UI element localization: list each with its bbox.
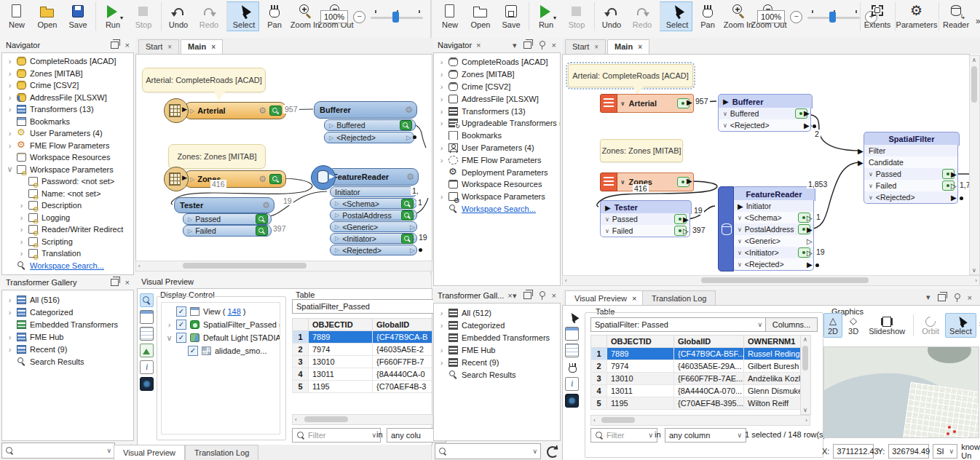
chevron-down-icon[interactable]: ∨: [869, 183, 873, 189]
toolbar-button[interactable]: Stop: [128, 1, 159, 31]
annotation-arterial[interactable]: Arterial: CompleteRoads [ACAD]: [142, 68, 266, 92]
gallery-tree-item[interactable]: Search Results: [434, 368, 560, 381]
cell[interactable]: Russel Reding: [744, 348, 807, 360]
pin-icon[interactable]: [538, 291, 545, 300]
expand-arrow[interactable]: ›: [18, 237, 25, 246]
scrollbar-thumb[interactable]: [183, 263, 307, 269]
cell[interactable]: {CF47B9CA-B5F...: [674, 348, 744, 360]
node-bufferer[interactable]: Bufferer ⚙: [314, 101, 417, 119]
feature-type-dropdown[interactable]: SpatialFilter: Passed ∨: [590, 317, 767, 332]
toolbar-button[interactable]: Zoom In: [290, 1, 320, 31]
refresh-icon[interactable]: [544, 443, 560, 459]
navigator-tree-item[interactable]: Workspace Resources: [2, 151, 133, 164]
port-rejected[interactable]: ∨ <Rejected>: [718, 119, 811, 132]
port-buffered[interactable]: ∨ Buffered: [718, 108, 811, 120]
expand-arrow[interactable]: ›: [438, 58, 445, 66]
port-filter[interactable]: ▶ Filter: [864, 145, 958, 157]
navigator-tree-item[interactable]: › Zones [MITAB]: [2, 68, 133, 80]
toolbar-button[interactable]: Zoom In: [723, 1, 754, 31]
expand-arrow[interactable]: ›: [7, 57, 13, 66]
node-arterial[interactable]: ∨ Arterial: [616, 94, 694, 113]
right-canvas-hscrollbar[interactable]: ‹ ›: [562, 275, 980, 286]
node-featurereader[interactable]: FeatureReader ⚙: [327, 168, 419, 186]
expand-arrow[interactable]: ›: [7, 345, 13, 354]
navigator-tree-item[interactable]: › Transformers (13): [2, 103, 133, 116]
chevron-down-icon[interactable]: ∨: [723, 111, 727, 117]
count-link[interactable]: 148: [227, 307, 240, 316]
table-row[interactable]: 4 13011 {8A4440CA-0: [293, 368, 432, 381]
translation-log-tab[interactable]: Translation Log: [642, 290, 716, 306]
navigator-tree-item[interactable]: Workspace Search...: [2, 260, 133, 272]
map-preview[interactable]: [823, 346, 979, 438]
featurereader-icon[interactable]: [311, 165, 336, 190]
port-postaladdress[interactable]: ▷ PostalAddress: [330, 210, 417, 221]
navigator-tree-item[interactable]: ∨ Workspace Parameters: [2, 164, 133, 176]
expand-arrow[interactable]: ›: [438, 95, 445, 103]
annotation-zones[interactable]: Zones: Zones [MITAB]: [168, 144, 266, 169]
cell[interactable]: 13011: [309, 368, 373, 381]
dropdown-icon[interactable]: ▾: [513, 291, 517, 301]
toolbar-button[interactable]: Pan: [692, 1, 723, 31]
left-canvas-hscrollbar[interactable]: ‹: [135, 261, 432, 271]
tab-close-icon[interactable]: ×: [211, 43, 216, 51]
expand-arrow[interactable]: ›: [438, 309, 445, 317]
toolbar-button[interactable]: Pan: [259, 1, 290, 31]
scroll-left-icon[interactable]: ‹: [565, 277, 567, 284]
expand-arrow[interactable]: ∨: [7, 164, 13, 174]
toolbar-button[interactable]: Redo: [194, 1, 224, 31]
zones-reader-icon[interactable]: [600, 172, 617, 191]
navigator-tree-item[interactable]: › Crime [CSV2]: [2, 79, 133, 92]
table-filter-input[interactable]: Filter ∨: [292, 428, 381, 443]
toolbar-button[interactable]: Run: [95, 1, 128, 31]
toolbar-button[interactable]: Open: [465, 1, 496, 31]
cell[interactable]: {46035A5E-2: [373, 344, 432, 356]
navigator-tree-item[interactable]: Bookmarks: [434, 130, 560, 142]
close-panel-icon[interactable]: ×: [125, 41, 130, 49]
scrollbar-thumb[interactable]: [701, 277, 869, 283]
gallery-tree-item[interactable]: › Categorized: [434, 319, 560, 331]
cell[interactable]: {8A4440CA-0: [373, 368, 432, 381]
node-featurereader[interactable]: FeatureReader: [732, 186, 815, 201]
slider-thumb[interactable]: [829, 12, 836, 23]
zoom-minus-button[interactable]: −: [353, 11, 365, 23]
toolbar-button[interactable]: Undo: [161, 1, 194, 31]
cell[interactable]: {C70AEF4B-3: [373, 381, 432, 393]
left-table-hscrollbar[interactable]: ‹: [292, 414, 433, 425]
tab-close-icon[interactable]: ×: [632, 294, 636, 303]
port-failed-tester[interactable]: ∨ Failed: [600, 225, 690, 237]
table-row[interactable]: 2 7974 {46035A5E-2: [293, 344, 432, 356]
canvas-tab[interactable]: Main ×: [181, 39, 223, 54]
gear-icon[interactable]: ⚙: [258, 106, 266, 116]
toolbar-button[interactable]: Run: [529, 1, 561, 31]
navigator-tree-item[interactable]: › FME Flow Parameters: [434, 154, 560, 166]
gear-icon[interactable]: ⚙: [405, 105, 413, 115]
gallery-tree-item[interactable]: › Recent (9): [434, 356, 560, 368]
left-canvas[interactable]: Arterial: CompleteRoads [ACAD] Zones: Zo…: [135, 54, 432, 262]
gear-icon[interactable]: ⚙: [262, 200, 270, 210]
scroll-down-icon[interactable]: ∨: [803, 407, 807, 413]
view-2d-button[interactable]: △2D: [823, 313, 842, 338]
scrollbar-thumb[interactable]: [971, 66, 977, 103]
port-rejected[interactable]: ▷ <Rejected>: [324, 132, 414, 143]
navigator-tree-item[interactable]: › Upgradeable Transformers (2): [434, 117, 560, 130]
toolbar-button[interactable]: Reader: [938, 1, 971, 31]
tab-close-icon[interactable]: ×: [507, 291, 512, 300]
scroll-up-icon[interactable]: ∧: [803, 336, 807, 343]
pin-icon[interactable]: [953, 293, 960, 302]
chevron-down-icon[interactable]: ∨: [738, 261, 742, 268]
display-tree-item[interactable]: ✓ View ( 148 ): [162, 305, 280, 318]
gallery-tree-item[interactable]: › FME Hub: [434, 344, 560, 356]
chevron-down-icon[interactable]: ∨: [869, 171, 873, 178]
navigator-tree-item[interactable]: › User Parameters (4): [2, 127, 133, 140]
tab-close-icon[interactable]: ×: [167, 43, 172, 51]
chevron-down-icon[interactable]: ∨: [723, 122, 727, 129]
navigator-tree-item[interactable]: › Description: [2, 199, 133, 212]
expand-arrow[interactable]: ›: [438, 321, 445, 330]
expand-arrow[interactable]: ›: [438, 156, 445, 164]
expand-arrow[interactable]: ›: [438, 358, 445, 367]
expand-arrow[interactable]: ›: [7, 141, 13, 150]
background-map-icon[interactable]: [140, 377, 154, 391]
slider-thumb[interactable]: [392, 12, 399, 23]
expand-arrow[interactable]: ›: [7, 81, 13, 90]
expand-arrow[interactable]: ›: [7, 296, 13, 304]
